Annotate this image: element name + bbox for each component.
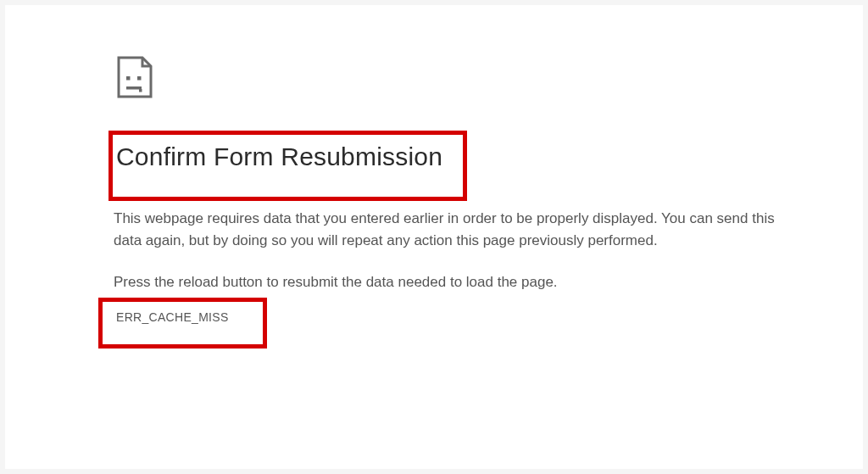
- svg-rect-0: [126, 76, 131, 81]
- error-description: This webpage requires data that you ente…: [114, 208, 775, 253]
- title-highlight-box: Confirm Form Resubmission: [108, 131, 467, 201]
- sad-file-icon: [117, 56, 153, 98]
- error-code-highlight-box: ERR_CACHE_MISS: [98, 298, 267, 349]
- chrome-error-page: Confirm Form Resubmission This webpage r…: [5, 5, 863, 469]
- error-instruction: Press the reload button to resubmit the …: [114, 271, 795, 293]
- error-title: Confirm Form Resubmission: [116, 140, 442, 173]
- svg-rect-2: [126, 86, 142, 90]
- svg-rect-3: [139, 89, 142, 92]
- error-code: ERR_CACHE_MISS: [116, 310, 229, 324]
- svg-rect-1: [137, 76, 142, 81]
